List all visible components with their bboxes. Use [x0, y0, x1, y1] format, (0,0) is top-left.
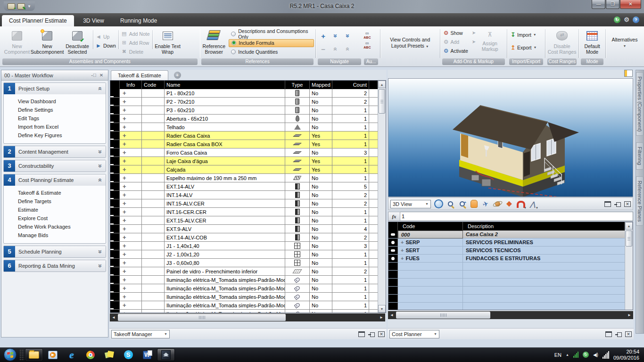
type-cell[interactable] [285, 284, 310, 293]
zoom-select-tool-icon[interactable] [446, 199, 455, 209]
row-header[interactable] [110, 284, 120, 293]
export-button[interactable]: ↥Export ▼ [509, 43, 538, 52]
sidebar-item[interactable]: Import from Excel [4, 123, 106, 131]
name-cell[interactable]: J2 - 1,00x1,20 [165, 250, 285, 259]
count-cell[interactable]: 4 [332, 225, 369, 233]
magnet-tool-icon[interactable]: ▼ [516, 199, 526, 209]
name-cell[interactable]: EXT.14-ALV [165, 182, 285, 191]
code-cell[interactable] [142, 310, 165, 313]
tab-running-mode[interactable]: Running Mode [113, 15, 164, 26]
update-icon[interactable]: ↻ [583, 352, 589, 358]
table-row[interactable]: +Espelho máximo de 190 mm a 250 mmNo1 [110, 174, 386, 182]
code-cell[interactable] [398, 287, 463, 295]
name-cell[interactable]: Telhado [165, 123, 285, 132]
mapped-cell[interactable]: No [310, 301, 332, 310]
cost-planner-selector[interactable]: Cost Planner▼ [389, 330, 439, 338]
row-header[interactable] [110, 199, 120, 208]
expand-plus-icon[interactable]: + [123, 294, 126, 300]
info-cell[interactable]: + [120, 259, 142, 267]
mapped-cell[interactable]: No [310, 199, 332, 208]
workflow-section-header[interactable]: 1Project Setup« [4, 83, 106, 94]
cost-row[interactable] [388, 295, 633, 303]
activate-markup-button[interactable]: ⚙Activate [442, 46, 470, 55]
count-cell[interactable]: 2 [332, 191, 369, 199]
code-cell[interactable] [142, 284, 165, 293]
info-cell[interactable]: + [120, 225, 142, 233]
default-mode-button[interactable]: DefaultMode [580, 28, 604, 58]
type-cell[interactable] [285, 293, 310, 301]
expand-plus-icon[interactable]: + [123, 285, 126, 291]
code-cell[interactable] [142, 208, 165, 216]
scrollbar-thumb[interactable] [626, 230, 632, 247]
table-row[interactable]: +CalçadaYes1 [110, 165, 386, 174]
type-cell[interactable] [285, 157, 310, 165]
tray-expand-icon[interactable]: ▲ [566, 353, 569, 356]
table-row[interactable]: +INT.15-ALV.CERNo2 [110, 199, 386, 208]
taskbar-app-sticky-notes[interactable] [100, 348, 118, 361]
type-cell[interactable] [285, 174, 310, 182]
code-cell[interactable] [142, 140, 165, 148]
tab-takeoff-estimate[interactable]: Takeoff & Estimate [111, 70, 168, 80]
expand-plus-icon[interactable]: + [123, 107, 126, 113]
zoom-in-tool-icon[interactable]: + [457, 199, 467, 209]
table-row[interactable]: +INT.14-ALVNo2 [110, 191, 386, 199]
code-cell[interactable] [142, 225, 165, 233]
option-include-formula[interactable]: Include Formula [229, 39, 314, 47]
workflow-section-header[interactable]: 3Constructability» [4, 160, 106, 172]
mapped-cell[interactable]: No [310, 174, 332, 182]
delete-button[interactable]: ✖Delete [119, 47, 152, 56]
navigate-down-all-icon[interactable]: » [332, 34, 339, 38]
name-cell[interactable]: Iluminação elétrica-M_Tomada simples-Pad… [165, 301, 285, 310]
enable-text-wrap-button[interactable]: Enable Text Wrap [153, 28, 182, 58]
column-header-code[interactable]: Code [142, 81, 165, 89]
side-tab-1[interactable]: Filtering [636, 142, 644, 169]
info-cell[interactable]: + [120, 123, 142, 132]
count-cell[interactable]: 1 [332, 216, 369, 225]
code-cell[interactable] [142, 259, 165, 267]
info-cell[interactable]: + [120, 106, 142, 115]
mapped-cell[interactable]: No [310, 250, 332, 259]
code-cell[interactable] [142, 165, 165, 174]
count-cell[interactable]: 5 [332, 182, 369, 191]
info-cell[interactable]: + [120, 148, 142, 157]
count-cell[interactable]: 1 [332, 310, 369, 313]
description-cell[interactable]: SERVICOS TECNICOS [463, 247, 633, 255]
name-cell[interactable]: Iluminação elétrica-M_Tomada simples-Pad… [165, 284, 285, 293]
pin-panel-icon[interactable] [615, 331, 622, 337]
row-header[interactable] [110, 123, 120, 132]
row-header[interactable] [388, 239, 398, 247]
cost-vertical-scrollbar[interactable]: ▲ [625, 222, 633, 310]
table-row[interactable]: +Iluminação elétrica-M_Tomada simples-Pa… [110, 276, 386, 284]
table-row[interactable]: +EXT.15-ALV.CERNo1 [110, 216, 386, 225]
sidebar-item[interactable]: Define Targets [4, 197, 106, 206]
sidebar-item[interactable]: Estimate [4, 206, 106, 214]
mapped-cell[interactable]: No [310, 182, 332, 191]
row-header[interactable] [110, 89, 120, 98]
collapse-chevron-icon[interactable]: « [95, 84, 106, 93]
description-cell[interactable]: Casa Caixa 2 [463, 230, 633, 239]
code-cell[interactable] [142, 174, 165, 182]
row-header[interactable] [110, 267, 120, 276]
close-panel-icon[interactable] [625, 331, 632, 337]
name-cell[interactable]: INT.15-ALV.CER [165, 199, 285, 208]
expand-plus-icon[interactable]: + [123, 243, 126, 249]
navigate-up-all-icon[interactable]: « [332, 47, 339, 51]
table-row[interactable]: +Painel de vidro - Preenchimento inferio… [110, 267, 386, 276]
type-cell[interactable] [285, 267, 310, 276]
type-cell[interactable] [285, 250, 310, 259]
type-cell[interactable] [285, 276, 310, 284]
name-cell[interactable]: P3 - 60x210 [165, 106, 285, 115]
table-row[interactable]: +EXT.9-ALVNo4 [110, 225, 386, 233]
expand-plus-icon[interactable]: + [123, 124, 126, 130]
code-cell[interactable] [142, 89, 165, 98]
expand-plus-icon[interactable]: + [123, 158, 126, 164]
expand-plus-icon[interactable]: + [123, 251, 126, 257]
expand-plus-icon[interactable]: + [123, 268, 126, 274]
expand-plus-icon[interactable]: + [123, 200, 126, 206]
add-markup-button[interactable]: ⚙Add [442, 37, 470, 46]
count-cell[interactable]: 1 [332, 174, 369, 182]
wireless-icon[interactable] [573, 352, 578, 358]
type-cell[interactable] [285, 233, 310, 242]
scrollbar-thumb[interactable] [379, 89, 385, 114]
settings-gear-icon[interactable]: ⚙ [623, 16, 630, 23]
